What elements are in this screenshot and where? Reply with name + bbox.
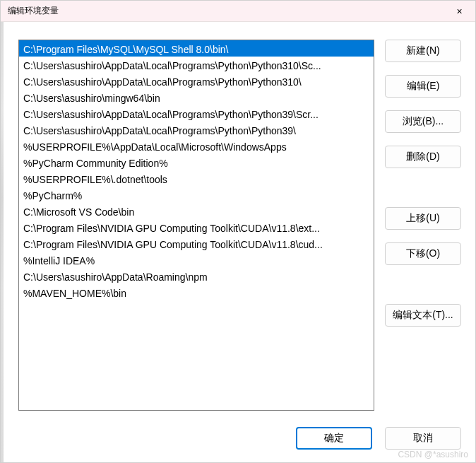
move-up-button[interactable]: 上移(U) <box>385 207 461 230</box>
edit-button[interactable]: 编辑(E) <box>385 75 461 98</box>
list-item[interactable]: C:\Program Files\NVIDIA GPU Computing To… <box>19 219 374 235</box>
list-item[interactable]: C:\Users\asushiro\AppData\Local\Programs… <box>19 122 374 138</box>
content-area: C:\Program Files\MySQL\MySQL Shell 8.0\b… <box>1 22 475 427</box>
list-item[interactable]: C:\Program Files\MySQL\MySQL Shell 8.0\b… <box>19 40 374 57</box>
list-item[interactable]: %USERPROFILE%\.dotnet\tools <box>19 170 374 187</box>
list-item[interactable]: C:\Users\asushiro\AppData\Local\Programs… <box>19 57 374 73</box>
titlebar: 编辑环境变量 × <box>1 1 475 22</box>
ok-button[interactable]: 确定 <box>296 427 372 450</box>
list-item[interactable]: %PyCharm% <box>19 187 374 203</box>
close-button[interactable]: × <box>444 1 475 22</box>
list-item[interactable]: C:\Users\asushiro\AppData\Local\Programs… <box>19 105 374 122</box>
bottom-bar: 确定 取消 <box>1 427 475 462</box>
list-item[interactable]: %PyCharm Community Edition% <box>19 154 374 170</box>
cancel-button[interactable]: 取消 <box>385 427 461 450</box>
list-item[interactable]: C:\Program Files\NVIDIA GPU Computing To… <box>19 235 374 252</box>
list-item[interactable]: %MAVEN_HOME%\bin <box>19 284 374 300</box>
env-var-dialog: 编辑环境变量 × C:\Program Files\MySQL\MySQL Sh… <box>0 0 476 463</box>
dialog-title: 编辑环境变量 <box>8 5 59 17</box>
path-list[interactable]: C:\Program Files\MySQL\MySQL Shell 8.0\b… <box>18 40 374 411</box>
list-item[interactable]: C:\Microsoft VS Code\bin <box>19 203 374 219</box>
list-item[interactable]: C:\Users\asushiro\mingw64\bin <box>19 89 374 105</box>
list-item[interactable]: C:\Users\asushiro\AppData\Local\Programs… <box>19 73 374 89</box>
new-button[interactable]: 新建(N) <box>385 40 461 62</box>
move-down-button[interactable]: 下移(O) <box>385 242 461 265</box>
list-item[interactable]: %IntelliJ IDEA% <box>19 252 374 268</box>
list-item[interactable]: C:\Users\asushiro\AppData\Roaming\npm <box>19 268 374 284</box>
edit-text-button[interactable]: 编辑文本(T)... <box>385 304 461 327</box>
close-icon: × <box>456 6 462 17</box>
browse-button[interactable]: 浏览(B)... <box>385 110 461 133</box>
list-item[interactable]: %USERPROFILE%\AppData\Local\Microsoft\Wi… <box>19 138 374 154</box>
button-column: 新建(N) 编辑(E) 浏览(B)... 删除(D) 上移(U) 下移(O) 编… <box>385 40 461 416</box>
delete-button[interactable]: 删除(D) <box>385 146 461 168</box>
